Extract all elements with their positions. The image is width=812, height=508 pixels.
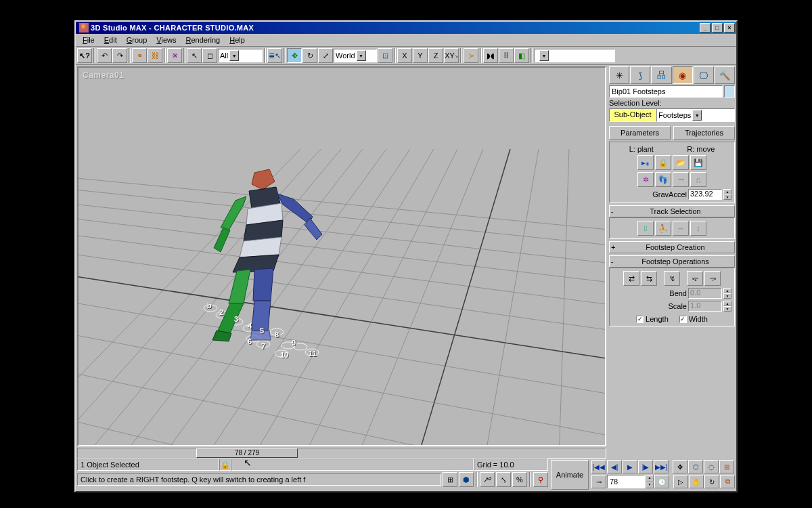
unlink-icon[interactable]: ⛓ — [148, 48, 162, 63]
track-body-icon[interactable]: 𖠋 — [637, 221, 654, 236]
percent-snap-icon[interactable]: ↗² — [480, 472, 495, 487]
footop-1-icon[interactable]: ⇄ — [623, 271, 639, 286]
biped-play-icon[interactable]: ▸⁎ — [637, 155, 654, 170]
menu-group[interactable]: Group — [122, 35, 152, 45]
select-region-icon[interactable]: ◻ — [202, 48, 217, 63]
coord-system-combo[interactable]: World ▼ — [334, 49, 377, 62]
subobject-button[interactable]: Sub-Object — [609, 108, 656, 122]
selection-filter-combo[interactable]: All ▼ — [218, 49, 263, 62]
viewport-nav-6-icon[interactable]: ✋ — [689, 475, 704, 488]
minimize-button[interactable]: _ — [700, 23, 710, 33]
ik-icon[interactable]: ≻ — [464, 48, 478, 63]
pivot-icon[interactable]: ⊡ — [378, 48, 392, 63]
viewport[interactable]: Camera01 — [77, 66, 606, 446]
frame-spinner[interactable]: ▲ ▼ — [646, 475, 654, 488]
tab-create-icon[interactable]: ✳ — [609, 66, 629, 84]
viewport-nav-1-icon[interactable]: ✥ — [673, 460, 687, 473]
current-frame-field[interactable]: 78 — [607, 475, 645, 488]
mirror-icon[interactable]: ◗◖ — [483, 48, 498, 63]
menu-help[interactable]: Help — [225, 35, 249, 45]
tab-display-icon[interactable]: 🖵 — [694, 66, 714, 84]
scale-spinner[interactable]: ▲▼ — [723, 301, 731, 312]
viewport-nav-5-icon[interactable]: ▷ — [673, 475, 688, 488]
footop-2-icon[interactable]: ⇆ — [641, 271, 657, 286]
array-icon[interactable]: ⠿ — [499, 48, 514, 63]
track-vertical-icon[interactable]: ↕ — [690, 221, 706, 236]
object-color-swatch[interactable] — [724, 85, 735, 98]
tab-modify-icon[interactable]: ⟆ — [630, 66, 650, 84]
time-slider[interactable]: 78 / 279 — [77, 448, 606, 459]
goto-end-icon[interactable]: ▶▶| — [654, 460, 669, 473]
percent-icon[interactable]: % — [512, 472, 527, 487]
scale-tool-icon[interactable]: ⤢ — [318, 48, 333, 63]
menu-edit[interactable]: Edit — [100, 35, 121, 45]
mixer-icon[interactable]: ⎌ — [690, 172, 706, 187]
subobject-mode-combo[interactable]: Footsteps ▼ — [656, 108, 735, 122]
viewport-nav-2-icon[interactable]: ⬡ — [688, 460, 703, 473]
footop-3-icon[interactable]: ↯ — [664, 271, 680, 286]
figure-mode-icon[interactable]: ✲ — [637, 172, 654, 187]
move-tool-icon[interactable]: ✥ — [287, 48, 302, 63]
viewport-nav-7-icon[interactable]: ↻ — [704, 475, 719, 488]
help-tool-icon[interactable]: ↖? — [77, 48, 92, 63]
menu-file[interactable]: File — [78, 35, 99, 45]
viewport-nav-4-icon[interactable]: ⊞ — [719, 460, 734, 473]
axis-y-button[interactable]: Y — [413, 48, 428, 63]
open-icon[interactable]: 📂 — [673, 155, 689, 170]
footstep-mode-icon[interactable]: 👣 — [655, 172, 671, 187]
key-mode-icon[interactable]: ⊸ — [591, 475, 606, 488]
select-arrow-icon[interactable]: ↖ — [187, 48, 202, 63]
save-icon[interactable]: 💾 — [690, 155, 706, 170]
time-slider-thumb[interactable]: 78 / 279 — [196, 448, 298, 458]
length-checkbox[interactable]: ✓Length — [636, 315, 669, 323]
snap-options-icon[interactable]: ⚲ — [533, 472, 548, 487]
menu-views[interactable]: Views — [152, 35, 180, 45]
lock-icon[interactable]: 🔒 — [655, 155, 671, 170]
scale-label: Scale — [668, 302, 687, 310]
lock-selection-icon[interactable]: 🔒 — [219, 459, 231, 471]
axis-x-button[interactable]: X — [397, 48, 412, 63]
tab-trajectories[interactable]: Trajectories — [673, 126, 735, 140]
goto-start-icon[interactable]: |◀◀ — [591, 460, 606, 473]
play-icon[interactable]: ▶ — [623, 460, 637, 473]
gravaccel-spinner[interactable]: ▲▼ — [723, 189, 731, 200]
select-by-name-icon[interactable]: ≣↖ — [267, 48, 282, 63]
bend-spinner[interactable]: ▲▼ — [723, 288, 731, 299]
axis-xy-button[interactable]: XY↘ — [444, 48, 459, 63]
rollout-track-selection[interactable]: -Track Selection — [609, 205, 735, 217]
footop-5-icon[interactable]: ⤼ — [704, 271, 721, 286]
tab-hierarchy-icon[interactable]: 品 — [651, 66, 671, 84]
time-config-icon[interactable]: 🕓 — [654, 475, 669, 488]
angle-snap-icon[interactable]: ⬢ — [459, 472, 474, 487]
footop-4-icon[interactable]: ⤽ — [687, 271, 703, 286]
rollout-footstep-operations[interactable]: -Footstep Operations — [609, 255, 735, 268]
track-figure-icon[interactable]: ⛹ — [655, 221, 671, 236]
undo-icon[interactable]: ↶ — [97, 48, 112, 63]
object-name-field[interactable]: Bip01 Footsteps — [609, 85, 723, 98]
close-button[interactable]: × — [724, 23, 735, 33]
axis-z-button[interactable]: Z — [428, 48, 443, 63]
snap-toggle-icon[interactable]: ⊞ — [443, 472, 457, 487]
width-checkbox[interactable]: ✓Width — [679, 315, 708, 323]
prev-frame-icon[interactable]: ◀| — [607, 460, 622, 473]
maximize-button[interactable]: □ — [712, 23, 723, 33]
viewport-nav-3-icon[interactable]: ◌ — [704, 460, 719, 473]
tab-utilities-icon[interactable]: 🔨 — [715, 66, 735, 84]
menu-rendering[interactable]: Rendering — [181, 35, 224, 45]
rollout-footstep-creation[interactable]: +Footstep Creation — [609, 241, 735, 253]
animate-button[interactable]: Animate — [551, 460, 589, 490]
rotate-tool-icon[interactable]: ↻ — [302, 48, 317, 63]
named-selection-combo[interactable]: ▼ — [534, 49, 615, 62]
align-icon[interactable]: ◧ — [514, 48, 529, 63]
tab-motion-icon[interactable]: ◉ — [673, 66, 693, 84]
next-frame-icon[interactable]: |▶ — [638, 460, 653, 473]
tab-parameters[interactable]: Parameters — [609, 126, 671, 140]
viewport-nav-8-icon[interactable]: ⧉ — [720, 475, 735, 488]
link-icon[interactable]: ⚭ — [132, 48, 147, 63]
spinner-snap-icon[interactable]: ⤣ — [496, 472, 511, 487]
redo-icon[interactable]: ↷ — [112, 48, 127, 63]
gravaccel-field[interactable]: 323.92 — [688, 189, 722, 200]
bind-icon[interactable]: ※ — [167, 48, 182, 63]
motion-flow-icon[interactable]: ⤳ — [673, 172, 689, 187]
track-horizontal-icon[interactable]: ↔ — [673, 221, 689, 236]
